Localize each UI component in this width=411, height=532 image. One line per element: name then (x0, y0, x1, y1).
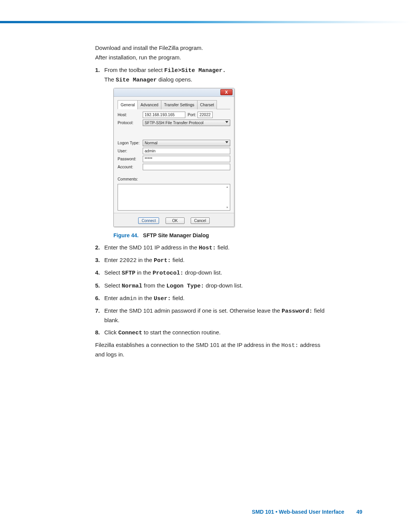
dialog-body: General Advanced Transfer Settings Chars… (114, 97, 234, 213)
step-7: 7. Enter the SMD 101 admin password if o… (95, 306, 331, 325)
protocol-dropdown[interactable]: SFTP-SSH File Transfer Protocol (143, 120, 230, 126)
logon-type-value: Normal (145, 141, 158, 145)
step-number: 1. (95, 66, 100, 74)
step-6: 6. Enter admin in the User: field. (95, 294, 331, 303)
step-number: 7. (95, 306, 100, 315)
menu-path: File>Site Manager. (164, 67, 226, 74)
step-text: dialog opens. (157, 76, 192, 83)
scroll-down-icon[interactable]: ▾ (225, 205, 229, 210)
step-text: field. (216, 244, 229, 251)
step-text: Enter (104, 295, 119, 301)
tab-charset[interactable]: Charset (197, 100, 217, 109)
comments-label: Comments: (118, 177, 138, 181)
site-manager-dialog: X General Advanced Transfer Settings Cha… (113, 88, 234, 227)
page-number: 49 (356, 509, 362, 515)
tab-general[interactable]: General (118, 100, 138, 109)
port-label: Port: (188, 112, 196, 118)
step-text: drop-down list. (183, 269, 222, 276)
port-value: 22022 (119, 257, 137, 264)
port-input[interactable]: 22022 (198, 112, 213, 118)
tab-transfer-settings[interactable]: Transfer Settings (161, 100, 198, 109)
step-number: 6. (95, 294, 100, 302)
host-input[interactable]: 192.168.193.165 (143, 112, 185, 118)
logon-value: Normal (122, 283, 142, 289)
field-name: Protocol: (153, 270, 183, 276)
close-button[interactable]: X (220, 89, 233, 95)
user-value: admin (119, 296, 137, 302)
intro-line-2: After installation, run the program. (95, 53, 331, 62)
chevron-down-icon (225, 121, 228, 123)
user-input[interactable]: admin (143, 148, 230, 154)
intro-line-1: Download and install the FileZilla progr… (95, 44, 331, 53)
step-number: 5. (95, 281, 100, 290)
step-3: 3. Enter 22022 in the Port: field. (95, 256, 331, 265)
tab-strip: General Advanced Transfer Settings Chars… (118, 100, 230, 109)
dialog-footer: Connect OK Cancel (114, 213, 234, 227)
step-text: in the (137, 295, 154, 301)
cancel-button[interactable]: Cancel (191, 217, 210, 224)
step-text: in the (137, 257, 154, 263)
dialog-name: Site Manager (116, 77, 157, 83)
step-4: 4. Select SFTP in the Protocol: drop-dow… (95, 268, 331, 278)
host-label: Host: (118, 112, 143, 118)
step-text: field. (171, 257, 185, 263)
step-1: 1. From the toolbar select File>Site Man… (95, 66, 331, 240)
password-input[interactable]: ***** (143, 156, 230, 162)
logon-type-dropdown[interactable]: Normal (143, 140, 230, 146)
step-text: Enter the SMD 101 IP address in the (104, 244, 199, 251)
step-text: Select (104, 282, 122, 289)
user-label: User: (118, 148, 143, 154)
footer-text: SMD 101 • Web-based User Interface (252, 509, 344, 515)
button-name: Connect (118, 330, 142, 336)
closing-paragraph: Filezilla establishes a connection to th… (95, 340, 331, 359)
step-text: field. (171, 295, 185, 301)
step-text: Enter the SMD 101 admin password if one … (104, 307, 282, 314)
field-name: Logon Type: (166, 283, 204, 289)
step-text: drop-down list. (204, 282, 243, 289)
dialog-titlebar: X (114, 88, 234, 97)
field-name: Password: (282, 308, 312, 315)
step-2: 2. Enter the SMD 101 IP address in the H… (95, 243, 331, 252)
step-number: 4. (95, 268, 100, 277)
step-text: in the (135, 269, 153, 276)
step-text: Select (104, 269, 122, 276)
protocol-value: SFTP-SSH File Transfer Protocol (145, 120, 204, 125)
logon-type-label: Logon Type: (118, 140, 143, 146)
comments-textarea[interactable]: ▴ ▾ (118, 184, 230, 211)
closing-text: Filezilla establishes a connection to th… (95, 342, 281, 348)
page-footer: SMD 101 • Web-based User Interface 49 (252, 509, 362, 515)
field-name: User: (154, 296, 171, 302)
protocol-label: Protocol: (118, 120, 143, 126)
step-text: From the toolbar select (104, 67, 164, 73)
step-number: 3. (95, 256, 100, 264)
password-label: Password: (118, 156, 143, 162)
chevron-down-icon (225, 141, 228, 143)
step-number: 2. (95, 243, 100, 252)
tab-advanced[interactable]: Advanced (137, 100, 161, 109)
field-name: Port: (154, 257, 171, 264)
step-5: 5. Select Normal from the Logon Type: dr… (95, 281, 331, 291)
step-text: Click (104, 329, 118, 335)
field-name: Host: (281, 342, 298, 349)
step-number: 8. (95, 328, 100, 337)
step-text: to start the connection routine. (142, 329, 221, 335)
step-text: Enter (104, 257, 119, 263)
page-content: Download and install the FileZilla progr… (95, 44, 331, 359)
header-stripe (0, 21, 411, 23)
figure-label: Figure 44. (113, 232, 139, 238)
protocol-value: SFTP (122, 270, 135, 276)
account-input[interactable] (143, 164, 230, 170)
account-label: Account: (118, 164, 143, 170)
field-name: Host: (199, 245, 216, 251)
ok-button[interactable]: OK (166, 217, 185, 224)
figure-title: SFTP Site Manager Dialog (143, 232, 209, 238)
step-text: from the (142, 282, 166, 289)
scroll-up-icon[interactable]: ▴ (225, 185, 229, 189)
figure-caption: Figure 44. SFTP Site Manager Dialog (113, 232, 331, 240)
step-text: The (104, 76, 116, 83)
connect-button[interactable]: Connect (138, 217, 159, 224)
step-8: 8. Click Connect to start the connection… (95, 328, 331, 337)
